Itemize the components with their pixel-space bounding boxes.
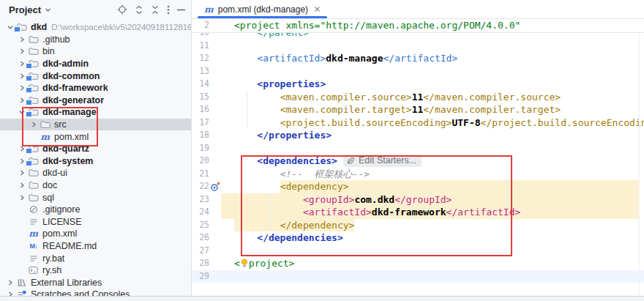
tree-item-dkd[interactable]: dkdD:\workspace\bk\v5\20240918112816\dkd bbox=[0, 21, 191, 34]
close-tab-icon[interactable] bbox=[314, 6, 321, 12]
line-number: 24 bbox=[192, 206, 209, 219]
line-number: 19 bbox=[192, 142, 209, 155]
gutter-spacer bbox=[209, 40, 221, 53]
tree-item-github[interactable]: .github bbox=[0, 34, 191, 46]
gutter-spacer bbox=[209, 52, 221, 65]
code-line-text: <dependency> bbox=[221, 180, 640, 193]
expand-all-icon[interactable] bbox=[135, 5, 143, 15]
collapse-all-icon[interactable] bbox=[151, 5, 160, 15]
tree-item-ry-bat[interactable]: ry.bat bbox=[0, 252, 191, 264]
code-line-10[interactable]: 10 </parent> bbox=[192, 33, 644, 40]
tree-item-dkd-framework[interactable]: dkd-framework bbox=[0, 82, 191, 94]
tree-item-label: doc bbox=[42, 180, 57, 190]
code-token: <project xmlns="http://maven.apache.org/… bbox=[234, 19, 520, 32]
code-line-22[interactable]: 22 <dependency> bbox=[192, 180, 644, 193]
code-line-12[interactable]: 12 <artifactId>dkd-manage</artifactId> bbox=[192, 52, 644, 65]
locate-icon[interactable] bbox=[117, 4, 127, 15]
text-file-icon bbox=[27, 218, 40, 226]
chevron-down-icon[interactable] bbox=[45, 7, 51, 13]
project-tree: dkdD:\workspace\bk\v5\20240918112816\dkd… bbox=[0, 21, 191, 301]
gutter-spacer bbox=[209, 206, 221, 219]
code-line-13[interactable]: 13 bbox=[192, 65, 644, 78]
tree-item-label: dkd-system bbox=[42, 156, 93, 166]
tree-item-license[interactable]: LICENSE bbox=[0, 216, 191, 228]
hide-panel-icon[interactable] bbox=[177, 9, 185, 11]
line-number: 2 bbox=[192, 19, 209, 32]
chevron-right-icon[interactable] bbox=[4, 280, 15, 286]
tab-pom-xml[interactable]: m pom.xml (dkd-manage) bbox=[198, 0, 327, 18]
tree-item-label: dkd-admin bbox=[42, 59, 89, 69]
more-options-icon[interactable] bbox=[167, 5, 170, 15]
code-line-27[interactable]: 27 bbox=[192, 245, 644, 258]
line-number: 13 bbox=[192, 65, 209, 78]
tree-item-gitignore[interactable]: .gitignore bbox=[0, 204, 191, 216]
chevron-right-icon[interactable] bbox=[28, 122, 39, 127]
gutter-spacer bbox=[209, 155, 221, 168]
code-line-19[interactable]: 19 bbox=[192, 142, 644, 155]
library-icon bbox=[15, 278, 28, 287]
code-line-23[interactable]: 23 <groupId>com.dkd</groupId> bbox=[192, 193, 644, 207]
tree-item-dkd-manage[interactable]: dkd-manage bbox=[0, 106, 191, 119]
line-number: 28 bbox=[192, 257, 209, 270]
tree-item-dkd-quartz[interactable]: dkd-quartz bbox=[0, 143, 191, 155]
tree-item-dkd-common[interactable]: dkd-common bbox=[0, 70, 191, 82]
tree-item-ry-sh[interactable]: ry.sh bbox=[0, 264, 191, 277]
lightbulb-icon[interactable] bbox=[240, 259, 249, 268]
code-line-16[interactable]: 16 <maven.compiler.target>11</maven.comp… bbox=[192, 103, 644, 116]
tree-item-pom-xml[interactable]: mpom.xml bbox=[0, 130, 191, 143]
tree-item-dkd-admin[interactable]: dkd-admin bbox=[0, 58, 191, 70]
code-line-14[interactable]: 14 <properties> bbox=[192, 78, 644, 91]
code-line-text: <properties> bbox=[221, 78, 640, 91]
line-number: 12 bbox=[192, 52, 209, 65]
tree-item-label: ry.sh bbox=[42, 265, 61, 275]
gutter-spacer bbox=[209, 193, 221, 207]
edit-starters-inlay[interactable]: Edit Starters... bbox=[343, 155, 422, 167]
code-line-15[interactable]: 15 <maven.compiler.source>11</maven.comp… bbox=[192, 91, 644, 104]
module-folder-icon bbox=[27, 96, 40, 105]
chevron-right-icon[interactable] bbox=[16, 37, 27, 42]
chevron-right-icon[interactable] bbox=[16, 170, 27, 176]
code-line-text: <dependencies>Edit Starters... bbox=[221, 155, 640, 168]
tree-item-pom-xml[interactable]: mpom.xml bbox=[0, 228, 191, 240]
maven-navigate-icon[interactable] bbox=[209, 180, 221, 193]
code-line-11[interactable]: 11 bbox=[192, 40, 644, 53]
gutter-spacer bbox=[209, 65, 221, 78]
code-line-20[interactable]: 20 <dependencies>Edit Starters... bbox=[192, 155, 644, 168]
code-line-2[interactable]: 2<project xmlns="http://maven.apache.org… bbox=[192, 19, 525, 32]
code-line-text: <project> bbox=[221, 257, 640, 270]
line-number: 22 bbox=[192, 180, 209, 193]
sticky-code-line[interactable]: 2<project xmlns="http://maven.apache.org… bbox=[192, 19, 644, 33]
tree-item-dkd-generator[interactable]: dkd-generator bbox=[0, 94, 191, 107]
code-token: < bbox=[234, 257, 240, 270]
code-line-21[interactable]: 21 <!-- 框架核心--> bbox=[192, 168, 644, 181]
code-line-25[interactable]: 25 </dependency> bbox=[192, 219, 644, 232]
tree-item-doc[interactable]: doc bbox=[0, 179, 191, 192]
indent-guide bbox=[247, 91, 247, 129]
code-token: <project.build.sourceEncoding> bbox=[280, 116, 452, 130]
line-number: 11 bbox=[192, 40, 209, 53]
code-line-text bbox=[221, 40, 640, 53]
code-line-text bbox=[221, 245, 640, 258]
code-line-18[interactable]: 18 </properties> bbox=[192, 129, 644, 142]
code-line-24[interactable]: 24 <artifactId>dkd-framework</artifactId… bbox=[192, 206, 644, 219]
code-line-29[interactable]: 29 bbox=[192, 270, 644, 283]
chevron-right-icon[interactable] bbox=[16, 48, 27, 54]
project-panel-title[interactable]: Project bbox=[9, 4, 41, 15]
chevron-right-icon[interactable] bbox=[16, 182, 27, 188]
tree-item-sql[interactable]: sql bbox=[0, 191, 191, 204]
code-line-17[interactable]: 17 <project.build.sourceEncoding>UTF-8</… bbox=[192, 116, 644, 130]
code-line-26[interactable]: 26 </dependencies> bbox=[192, 231, 644, 245]
tree-item-readme-md[interactable]: M↓README.md bbox=[0, 240, 191, 253]
tree-item-dkd-ui[interactable]: dkd-ui bbox=[0, 167, 191, 179]
module-folder-icon bbox=[27, 157, 40, 166]
tree-item-dkd-system[interactable]: dkd-system bbox=[0, 155, 191, 168]
tree-item-label: bin bbox=[42, 46, 55, 56]
tree-item-external-libraries[interactable]: External Libraries bbox=[0, 276, 191, 289]
code-line-28[interactable]: 28<project> bbox=[192, 257, 644, 270]
editor-scrollbar-track[interactable] bbox=[639, 19, 640, 296]
tree-item-bin[interactable]: bin bbox=[0, 45, 191, 58]
code-editor[interactable]: 10 </parent>1112 <artifactId>dkd-manage<… bbox=[192, 33, 644, 296]
chevron-right-icon[interactable] bbox=[16, 195, 27, 201]
tree-item-src[interactable]: src bbox=[0, 119, 191, 131]
tree-item-label: dkd-manage bbox=[42, 107, 97, 117]
